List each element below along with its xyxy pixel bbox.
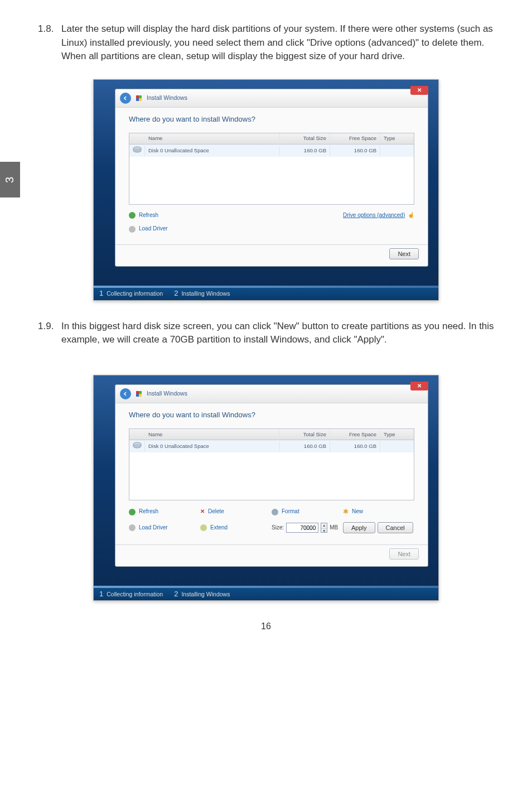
refresh-link[interactable]: Refresh [129, 211, 168, 220]
load-driver-link[interactable]: Load Driver [129, 225, 168, 233]
col-name: Name [145, 430, 280, 440]
dialog-heading: Where do you want to install Windows? [129, 114, 414, 125]
next-button[interactable]: Next [389, 248, 419, 259]
load-driver-link[interactable]: Load Driver [129, 522, 200, 533]
next-button[interactable]: Next [389, 548, 419, 560]
back-button[interactable] [120, 93, 131, 104]
table-row[interactable]: Disk 0 Unallocated Space 160.0 GB 160.0 … [129, 440, 414, 452]
new-link[interactable]: ✱ New [343, 507, 414, 517]
format-icon [272, 509, 278, 515]
col-total-size: Total Size [280, 430, 330, 440]
svg-rect-3 [139, 98, 142, 101]
refresh-icon [129, 212, 136, 219]
refresh-icon [129, 509, 136, 515]
dialog-title: Install Windows [147, 389, 187, 398]
disk-icon [129, 145, 145, 156]
col-type: Type [380, 133, 414, 143]
extend-icon [200, 524, 207, 531]
drive-options-link[interactable]: Drive options (advanced) [343, 212, 405, 218]
extend-link[interactable]: Extend [200, 522, 272, 533]
format-link[interactable]: Format [272, 507, 343, 517]
col-free-space: Free Space [330, 430, 380, 440]
close-icon[interactable]: ✕ [410, 382, 428, 390]
dialog-heading: Where do you want to install Windows? [129, 410, 414, 421]
page-number: 16 [38, 620, 494, 644]
install-windows-screenshot-1: Install Windows ✕ Where do you want to i… [93, 79, 439, 301]
partition-table: Name Total Size Free Space Type Disk 0 U… [129, 133, 414, 205]
paragraph-1-8: 1.8. Later the setup will display the ha… [38, 22, 494, 64]
svg-rect-2 [136, 98, 139, 101]
paragraph-1-9: 1.9. In this biggest hard disk size scre… [38, 320, 494, 347]
para-number: 1.8. [38, 22, 61, 64]
step-2-label: Installing Windows [181, 290, 230, 298]
close-icon[interactable]: ✕ [410, 86, 428, 95]
delete-icon: ✕ [200, 508, 205, 516]
size-spinner[interactable]: ▲▼ [321, 523, 327, 533]
partition-table: Name Total Size Free Space Type Disk 0 U… [129, 428, 414, 500]
svg-rect-7 [136, 394, 139, 397]
col-type: Type [380, 430, 414, 440]
para-text: Later the setup will display the hard di… [61, 22, 494, 64]
steps-bar: 1Collecting information 2Installing Wind… [94, 588, 438, 600]
dialog-title: Install Windows [147, 94, 187, 102]
step-2-label: Installing Windows [181, 590, 230, 599]
svg-rect-0 [136, 95, 139, 98]
cd-icon [129, 226, 136, 233]
step-1-label: Collecting information [107, 590, 163, 599]
col-free-space: Free Space [330, 133, 380, 143]
disk-icon [129, 441, 145, 452]
steps-bar: 1Collecting information 2Installing Wind… [94, 288, 438, 300]
dialog-titlebar: Install Windows ✕ [115, 385, 428, 403]
svg-rect-8 [139, 394, 142, 397]
size-input[interactable] [286, 523, 318, 533]
side-page-tab: 3 [0, 162, 20, 197]
para-number: 1.9. [38, 320, 61, 347]
para-text: In this biggest hard disk size screen, y… [61, 320, 494, 347]
dialog-titlebar: Install Windows ✕ [115, 89, 428, 108]
table-row[interactable]: Disk 0 Unallocated Space 160.0 GB 160.0 … [129, 144, 414, 157]
cancel-button[interactable]: Cancel [378, 522, 413, 533]
svg-rect-6 [139, 391, 142, 394]
size-unit: MB [330, 524, 338, 532]
delete-link[interactable]: ✕ Delete [200, 507, 272, 517]
svg-rect-5 [136, 391, 139, 394]
install-windows-screenshot-2: Install Windows ✕ Where do you want to i… [93, 375, 439, 601]
col-total-size: Total Size [280, 133, 330, 143]
cd-icon [129, 524, 136, 531]
window-shield-icon [136, 95, 142, 102]
back-button[interactable] [120, 388, 131, 399]
hand-cursor-icon: ☝ [408, 212, 414, 218]
svg-rect-1 [139, 95, 142, 98]
window-shield-icon [136, 390, 142, 397]
refresh-link[interactable]: Refresh [129, 507, 200, 517]
new-icon: ✱ [343, 507, 349, 517]
col-name: Name [145, 133, 280, 143]
step-1-label: Collecting information [107, 290, 163, 298]
apply-button[interactable]: Apply [343, 522, 375, 533]
size-label: Size: [272, 524, 284, 532]
